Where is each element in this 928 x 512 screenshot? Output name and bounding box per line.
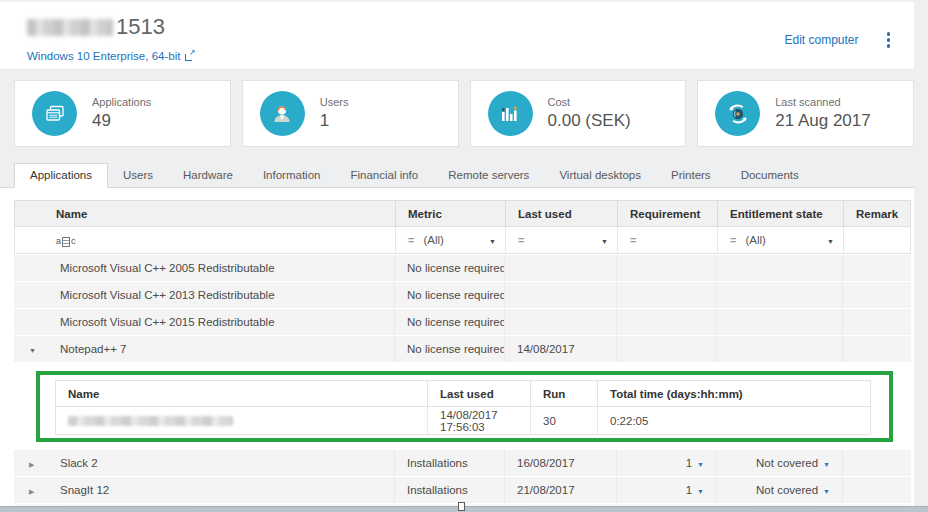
tab-virtual-desktops[interactable]: Virtual desktops <box>544 164 656 187</box>
card-applications[interactable]: Applications 49 <box>14 80 231 147</box>
entitlement-value <box>717 282 843 308</box>
card-value: 49 <box>92 111 151 131</box>
column-header-requirement[interactable]: Requirement <box>618 201 718 226</box>
edit-computer-link[interactable]: Edit computer <box>784 33 858 47</box>
table-row[interactable]: SnagIt 12 Installations 21/08/2017 1 Not… <box>14 477 911 503</box>
remark-value <box>843 450 911 476</box>
card-label: Applications <box>92 96 151 108</box>
app-name-cell: SnagIt 12 <box>14 477 395 503</box>
app-name-cell: Notepad++ 7 <box>14 336 395 362</box>
remark-value <box>843 309 911 335</box>
subtable-row[interactable]: 14/08/2017 17:56:03 30 0:22:05 <box>55 407 871 435</box>
remark-value <box>843 282 911 308</box>
requirement-dropdown[interactable]: 1 <box>617 477 717 503</box>
chevron-down-icon <box>823 457 830 469</box>
card-label: Users <box>320 96 349 108</box>
tab-remote-servers[interactable]: Remote servers <box>433 164 544 187</box>
remark-value <box>843 336 911 362</box>
app-name: Microsoft Visual C++ 2015 Redistributabl… <box>14 309 395 335</box>
subcolumn-name: Name <box>56 381 428 406</box>
metric-filter-value[interactable]: (All) <box>423 234 443 246</box>
chevron-down-icon[interactable] <box>489 233 496 247</box>
tab-printers[interactable]: Printers <box>656 164 726 187</box>
filter-operator-icon[interactable]: = <box>630 234 636 246</box>
last-used-value: 14/08/2017 <box>505 336 617 362</box>
requirement-value: 1 <box>686 484 692 496</box>
card-cost[interactable]: Cost 0.00 (SEK) <box>470 80 687 147</box>
subtable-header-row: Name Last used Run Total time (days:hh:m… <box>55 380 871 407</box>
filter-operator-icon[interactable]: = <box>730 234 736 246</box>
expand-row-icon[interactable] <box>29 484 34 496</box>
filter-cell-metric: = (All) <box>396 227 506 253</box>
table-row[interactable]: Microsoft Visual C++ 2013 Redistributabl… <box>14 282 911 308</box>
collapse-row-icon[interactable] <box>29 343 36 355</box>
chevron-down-icon <box>823 484 830 496</box>
kebab-menu-icon[interactable] <box>885 30 893 50</box>
filter-operator-icon[interactable]: = <box>408 234 414 246</box>
card-value: 0.00 (SEK) <box>548 111 631 131</box>
entitlement-filter-value[interactable]: (All) <box>745 234 765 246</box>
entitlement-dropdown[interactable]: Not covered <box>717 477 843 503</box>
external-link-icon <box>185 52 194 61</box>
os-version-link[interactable]: Windows 10 Enterprise, 64-bit <box>27 50 180 62</box>
applications-windows-icon <box>32 91 77 136</box>
tab-financial-info[interactable]: Financial info <box>335 164 433 187</box>
detail-tabs: Applications Users Hardware Information … <box>0 163 914 188</box>
tab-information[interactable]: Information <box>248 164 336 187</box>
last-used-value <box>505 282 617 308</box>
column-header-remark[interactable]: Remark <box>844 201 912 226</box>
app-name: Notepad++ 7 <box>60 343 127 355</box>
last-used-value <box>505 255 617 281</box>
filter-cell-remark <box>844 227 912 253</box>
table-row-expanded[interactable]: Notepad++ 7 No license required 14/08/20… <box>14 336 911 362</box>
remark-value <box>843 255 911 281</box>
chevron-down-icon[interactable] <box>827 233 834 247</box>
chevron-down-icon[interactable] <box>601 233 608 247</box>
user-avatar-icon <box>260 91 305 136</box>
card-text: Cost 0.00 (SEK) <box>548 96 631 131</box>
card-value: 21 Aug 2017 <box>775 111 870 131</box>
page-right-gutter <box>914 0 928 512</box>
metric-value: Installations <box>395 450 505 476</box>
app-name: Microsoft Visual C++ 2013 Redistributabl… <box>14 282 395 308</box>
entitlement-dropdown[interactable]: Not covered <box>717 450 843 476</box>
card-users[interactable]: Users 1 <box>242 80 459 147</box>
subcolumn-last-used: Last used <box>428 381 531 406</box>
table-row[interactable]: Slack 2 Installations 16/08/2017 1 Not c… <box>14 450 911 476</box>
tab-documents[interactable]: Documents <box>726 164 814 187</box>
computer-header: 1513 Windows 10 Enterprise, 64-bit Edit … <box>0 2 914 70</box>
table-filter-row: = (All) = = = (All) <box>14 227 911 254</box>
tab-users[interactable]: Users <box>108 164 168 187</box>
card-label: Last scanned <box>775 96 870 108</box>
app-name: Slack 2 <box>60 457 98 469</box>
column-header-metric[interactable]: Metric <box>396 201 506 226</box>
requirement-value <box>617 336 717 362</box>
expand-row-icon[interactable] <box>29 457 34 469</box>
usage-detail-area: Name Last used Run Total time (days:hh:m… <box>14 362 911 449</box>
applications-panel: Name Metric Last used Requirement Entitl… <box>0 188 914 512</box>
column-header-name[interactable]: Name <box>15 201 396 226</box>
requirement-dropdown[interactable]: 1 <box>617 450 717 476</box>
column-header-entitlement-state[interactable]: Entitlement state <box>718 201 844 226</box>
card-text: Applications 49 <box>92 96 151 131</box>
filter-cell-requirement: = <box>618 227 718 253</box>
metric-value: Installations <box>395 477 505 503</box>
app-name: Microsoft Visual C++ 2005 Redistributabl… <box>14 255 395 281</box>
metric-value: No license required <box>395 336 505 362</box>
tab-applications[interactable]: Applications <box>14 163 108 188</box>
text-cursor <box>458 502 465 511</box>
card-last-scanned[interactable]: Last scanned 21 Aug 2017 <box>697 80 914 147</box>
table-row[interactable]: Microsoft Visual C++ 2005 Redistributabl… <box>14 255 911 281</box>
last-used-value: 21/08/2017 <box>505 477 617 503</box>
column-header-last-used[interactable]: Last used <box>506 201 618 226</box>
subcolumn-run: Run <box>531 381 598 406</box>
card-value: 1 <box>320 111 349 131</box>
table-row[interactable]: Microsoft Visual C++ 2015 Redistributabl… <box>14 309 911 335</box>
filter-operator-icon[interactable]: = <box>518 234 524 246</box>
requirement-value: 1 <box>686 457 692 469</box>
entitlement-value: Not covered <box>756 484 818 496</box>
tab-hardware[interactable]: Hardware <box>168 164 248 187</box>
text-filter-icon[interactable] <box>56 234 76 247</box>
green-highlight-box: Name Last used Run Total time (days:hh:m… <box>36 371 893 442</box>
card-text: Users 1 <box>320 96 349 131</box>
